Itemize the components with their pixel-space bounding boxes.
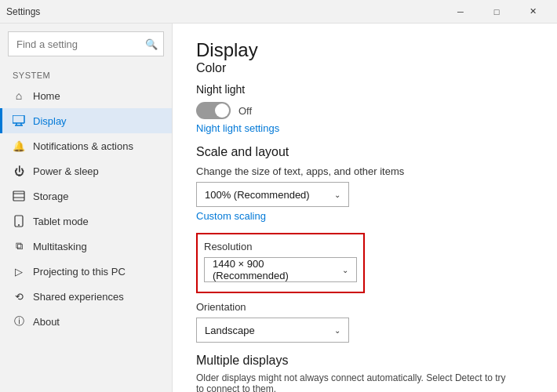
scale-label: Change the size of text, apps, and other…	[196, 165, 533, 177]
settings-window: Settings ─ □ ✕ 🔍 System Home Display	[0, 0, 557, 392]
orientation-dropdown[interactable]: Landscape ⌄	[196, 318, 349, 343]
resolution-chevron-icon: ⌄	[342, 266, 348, 274]
sidebar-item-power[interactable]: ⏻ Power & sleep	[0, 158, 172, 183]
night-light-toggle[interactable]	[196, 102, 231, 119]
scale-value: 100% (Recommended)	[205, 189, 310, 201]
maximize-button[interactable]: □	[479, 0, 515, 24]
main-panel: Display Color Night light Off Night ligh…	[173, 24, 557, 392]
custom-scaling-link[interactable]: Custom scaling	[196, 210, 533, 222]
display-icon	[13, 114, 25, 127]
sidebar-label-shared: Shared experiences	[33, 291, 124, 303]
scale-layout-title: Scale and layout	[196, 145, 533, 159]
night-light-row: Off	[196, 102, 533, 119]
shared-icon: ⟲	[13, 290, 25, 303]
sidebar-label-storage: Storage	[33, 191, 69, 202]
page-title: Display	[196, 39, 533, 61]
sidebar-label-tablet: Tablet mode	[33, 216, 89, 227]
about-icon: ⓘ	[13, 315, 25, 328]
storage-icon	[13, 190, 25, 202]
search-box: 🔍	[8, 31, 164, 56]
window-controls: ─ □ ✕	[442, 0, 551, 24]
sidebar: 🔍 System Home Display 🔔 Notifications & …	[0, 24, 173, 392]
notifications-icon: 🔔	[13, 140, 25, 152]
sidebar-item-home[interactable]: Home	[0, 83, 172, 108]
tablet-icon	[13, 215, 25, 227]
scale-dropdown[interactable]: 100% (Recommended) ⌄	[196, 182, 349, 207]
scale-chevron-icon: ⌄	[334, 191, 340, 199]
resolution-box: Resolution 1440 × 900 (Recommended) ⌄	[196, 233, 365, 293]
sidebar-label-display: Display	[33, 115, 67, 127]
sidebar-label-about: About	[33, 316, 60, 328]
close-button[interactable]: ✕	[515, 0, 551, 24]
home-icon	[13, 89, 25, 102]
search-input[interactable]	[8, 31, 164, 56]
projecting-icon: ▷	[13, 265, 25, 278]
resolution-dropdown[interactable]: 1440 × 900 (Recommended) ⌄	[204, 257, 357, 282]
multiple-displays-help: Older displays might not always connect …	[196, 372, 510, 392]
system-section-label: System	[0, 66, 172, 83]
toggle-thumb	[215, 103, 229, 118]
night-light-state: Off	[238, 105, 252, 117]
main-content: 🔍 System Home Display 🔔 Notifications & …	[0, 24, 557, 392]
sidebar-item-projecting[interactable]: ▷ Projecting to this PC	[0, 259, 172, 284]
power-icon: ⏻	[13, 165, 25, 177]
sidebar-item-about[interactable]: ⓘ About	[0, 309, 172, 334]
multitasking-icon: ⧉	[13, 240, 25, 252]
resolution-label: Resolution	[204, 241, 357, 252]
sidebar-item-notifications[interactable]: 🔔 Notifications & actions	[0, 133, 172, 158]
svg-point-8	[18, 224, 20, 226]
titlebar: Settings ─ □ ✕	[0, 0, 557, 24]
sidebar-item-multitasking[interactable]: ⧉ Multitasking	[0, 234, 172, 259]
orientation-chevron-icon: ⌄	[334, 326, 340, 335]
night-light-label: Night light	[196, 83, 533, 96]
minimize-button[interactable]: ─	[442, 0, 479, 24]
sidebar-item-shared[interactable]: ⟲ Shared experiences	[0, 284, 172, 309]
night-light-settings-link[interactable]: Night light settings	[196, 122, 533, 134]
multiple-displays-title: Multiple displays	[196, 354, 533, 368]
search-icon: 🔍	[145, 38, 158, 50]
orientation-label: Orientation	[196, 301, 533, 313]
color-section-title: Color	[196, 61, 533, 75]
resolution-value: 1440 × 900 (Recommended)	[213, 258, 342, 281]
orientation-value: Landscape	[205, 325, 255, 336]
sidebar-label-power: Power & sleep	[33, 165, 99, 177]
window-title: Settings	[6, 6, 40, 17]
sidebar-label-notifications: Notifications & actions	[33, 140, 133, 152]
svg-rect-0	[13, 115, 24, 123]
svg-rect-4	[13, 191, 24, 201]
sidebar-label-multitasking: Multitasking	[33, 241, 87, 252]
sidebar-label-projecting: Projecting to this PC	[33, 266, 126, 278]
sidebar-item-storage[interactable]: Storage	[0, 183, 172, 209]
sidebar-item-display[interactable]: Display	[0, 108, 172, 133]
sidebar-label-home: Home	[33, 90, 60, 102]
sidebar-item-tablet[interactable]: Tablet mode	[0, 209, 172, 234]
